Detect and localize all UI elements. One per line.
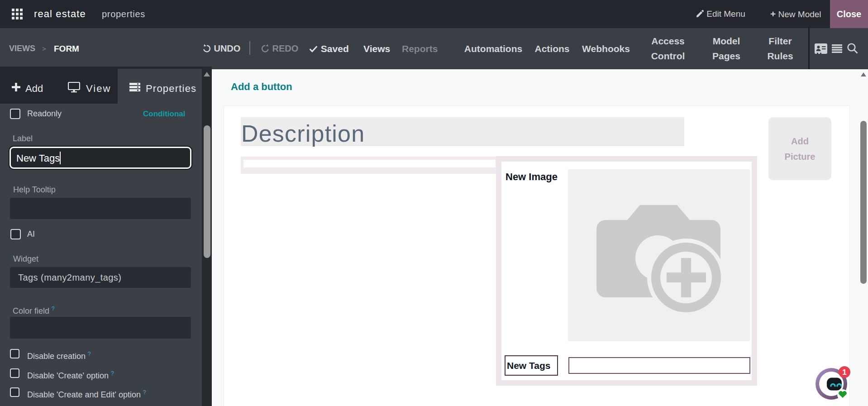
svg-text:1: 1	[842, 368, 846, 377]
